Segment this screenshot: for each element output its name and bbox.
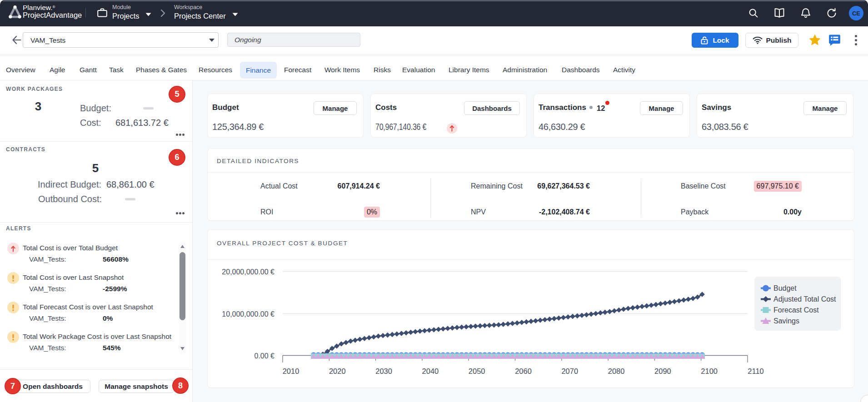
svg-text:Savings: Savings	[773, 317, 799, 325]
svg-text:2100: 2100	[701, 367, 718, 375]
svg-text:Adjusted Total Cost: Adjusted Total Cost	[773, 295, 836, 303]
svg-text:0.00 €: 0.00 €	[254, 352, 275, 360]
svg-text:10,000,000.00 €: 10,000,000.00 €	[222, 310, 274, 318]
svg-text:2110: 2110	[748, 367, 763, 375]
svg-text:Budget: Budget	[773, 284, 797, 292]
svg-text:2020: 2020	[329, 367, 346, 375]
svg-text:Forecast Cost: Forecast Cost	[773, 306, 819, 314]
svg-text:2070: 2070	[561, 367, 578, 375]
svg-text:2040: 2040	[422, 367, 439, 375]
svg-text:2050: 2050	[469, 367, 485, 375]
svg-text:20,000,000.00 €: 20,000,000.00 €	[222, 268, 274, 276]
svg-text:2080: 2080	[608, 367, 625, 375]
svg-text:2060: 2060	[515, 367, 532, 375]
svg-text:2090: 2090	[654, 367, 671, 375]
svg-text:2010: 2010	[283, 367, 299, 375]
svg-text:2030: 2030	[375, 367, 392, 375]
